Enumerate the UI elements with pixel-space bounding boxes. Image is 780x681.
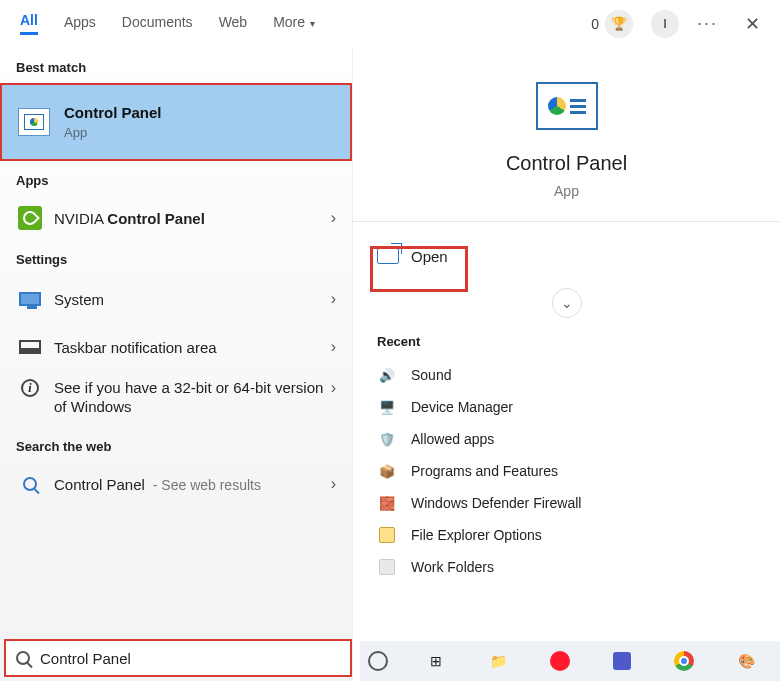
taskbar-file-explorer-icon[interactable]: 📁 — [484, 647, 512, 675]
open-action[interactable]: Open — [353, 232, 780, 280]
recent-heading: Recent — [353, 322, 780, 359]
taskbar-icon — [16, 340, 44, 354]
expand-button[interactable]: ⌄ — [552, 288, 582, 318]
open-label: Open — [411, 248, 448, 265]
best-match-subtitle: App — [64, 125, 162, 140]
taskbar-opera-icon[interactable] — [546, 647, 574, 675]
section-search-web: Search the web — [0, 427, 352, 462]
monitor-icon — [16, 292, 44, 306]
firewall-icon: 🧱 — [377, 493, 397, 513]
nvidia-icon — [16, 206, 44, 230]
recent-allowed-apps[interactable]: 🛡️Allowed apps — [353, 423, 780, 455]
control-panel-icon — [536, 82, 598, 130]
detail-subtitle: App — [554, 183, 579, 199]
taskbar-chrome-icon[interactable] — [670, 647, 698, 675]
tab-apps[interactable]: Apps — [64, 14, 96, 34]
recent-file-explorer-options[interactable]: File Explorer Options — [353, 519, 780, 551]
chevron-down-icon: ▾ — [307, 18, 315, 29]
recent-work-folders[interactable]: Work Folders — [353, 551, 780, 583]
folder-icon — [377, 557, 397, 577]
more-options-button[interactable]: ··· — [697, 13, 718, 34]
chevron-down-icon: ⌄ — [561, 295, 573, 311]
detail-panel: Control Panel App Open ⌄ Recent 🔊Sound 🖥… — [352, 48, 780, 681]
recent-device-manager[interactable]: 🖥️Device Manager — [353, 391, 780, 423]
trophy-icon: 🏆 — [605, 10, 633, 38]
results-panel: Best match Control Panel App Apps NVIDIA… — [0, 48, 352, 681]
best-match-title: Control Panel — [64, 104, 162, 121]
recent-firewall[interactable]: 🧱Windows Defender Firewall — [353, 487, 780, 519]
search-icon — [6, 651, 40, 665]
top-right-controls: 0 🏆 I ··· ✕ — [591, 8, 768, 40]
result-taskbar-notification-area[interactable]: Taskbar notification area › — [0, 323, 352, 371]
result-bitness[interactable]: i See if you have a 32-bit or 64-bit ver… — [0, 371, 352, 427]
result-nvidia-control-panel[interactable]: NVIDIA Control Panel › — [0, 196, 352, 240]
box-icon: 📦 — [377, 461, 397, 481]
top-bar: All Apps Documents Web More ▾ 0 🏆 I ··· … — [0, 0, 780, 48]
section-best-match: Best match — [0, 48, 352, 83]
rewards-counter[interactable]: 0 🏆 — [591, 10, 633, 38]
recent-list: 🔊Sound 🖥️Device Manager 🛡️Allowed apps 📦… — [353, 359, 780, 583]
avatar[interactable]: I — [651, 10, 679, 38]
taskbar-teams-icon[interactable] — [608, 647, 636, 675]
taskbar-cortana-icon[interactable] — [368, 651, 388, 671]
device-icon: 🖥️ — [377, 397, 397, 417]
best-match-result[interactable]: Control Panel App — [0, 83, 352, 161]
chevron-right-icon: › — [331, 209, 336, 227]
shield-icon: 🛡️ — [377, 429, 397, 449]
control-panel-icon — [18, 108, 50, 136]
tab-all[interactable]: All — [20, 12, 38, 35]
result-web-control-panel[interactable]: Control Panel - See web results › — [0, 462, 352, 506]
search-icon — [16, 477, 44, 491]
taskbar-task-view-icon[interactable]: ⊞ — [422, 647, 450, 675]
rewards-count: 0 — [591, 16, 599, 32]
tab-web[interactable]: Web — [219, 14, 248, 34]
recent-sound[interactable]: 🔊Sound — [353, 359, 780, 391]
close-button[interactable]: ✕ — [736, 8, 768, 40]
tab-documents[interactable]: Documents — [122, 14, 193, 34]
detail-header: Control Panel App — [353, 48, 780, 222]
speaker-icon: 🔊 — [377, 365, 397, 385]
recent-programs-features[interactable]: 📦Programs and Features — [353, 455, 780, 487]
section-apps: Apps — [0, 161, 352, 196]
taskbar: ⊞ 📁 🎨 — [360, 641, 780, 681]
open-icon — [377, 248, 399, 264]
info-icon: i — [16, 379, 44, 397]
chevron-right-icon: › — [331, 379, 336, 397]
search-scope-tabs: All Apps Documents Web More ▾ — [20, 12, 591, 35]
result-system[interactable]: System › — [0, 275, 352, 323]
search-bar[interactable] — [4, 639, 352, 677]
detail-title: Control Panel — [506, 152, 627, 175]
section-settings: Settings — [0, 240, 352, 275]
taskbar-paint-icon[interactable]: 🎨 — [732, 647, 760, 675]
chevron-right-icon: › — [331, 290, 336, 308]
chevron-right-icon: › — [331, 338, 336, 356]
search-input[interactable] — [40, 650, 350, 667]
folder-icon — [377, 525, 397, 545]
chevron-right-icon: › — [331, 475, 336, 493]
tab-more[interactable]: More ▾ — [273, 14, 315, 34]
